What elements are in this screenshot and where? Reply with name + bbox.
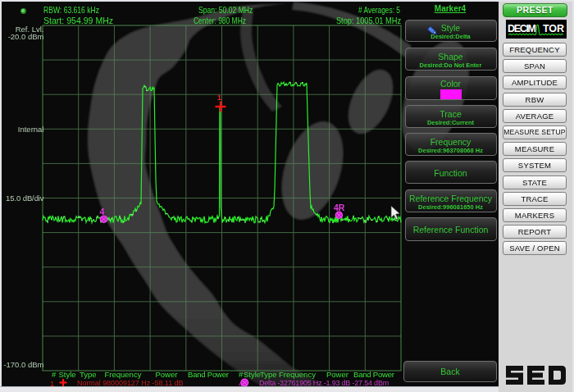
svg-text:4: 4: [100, 207, 105, 217]
svg-text:4R: 4R: [334, 203, 345, 212]
svg-text:DECIM: DECIM: [508, 23, 536, 34]
svg-text:1: 1: [217, 93, 221, 102]
svg-text:TOR: TOR: [543, 23, 564, 34]
